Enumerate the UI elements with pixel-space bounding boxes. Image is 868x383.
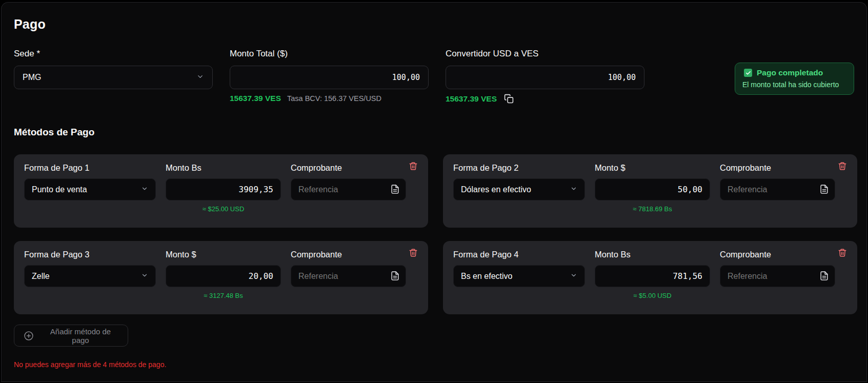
amount-input[interactable]	[166, 265, 281, 287]
convertidor-input[interactable]	[446, 66, 644, 89]
attach-file-button[interactable]	[819, 270, 829, 281]
method-label: Forma de Pago 4	[453, 250, 585, 259]
sede-select[interactable]: PMG	[14, 66, 213, 89]
reference-input[interactable]	[720, 178, 835, 200]
max-methods-warning: No puedes agregar más de 4 métodos de pa…	[14, 360, 854, 369]
method-select[interactable]: Dólares en efectivo	[453, 178, 585, 200]
payment-summary-row: Sede * PMG Monto Total ($) 15637.39 VES …	[14, 49, 854, 104]
sede-field-group: Sede * PMG	[14, 49, 213, 89]
method-selected-value: Dólares en efectivo	[461, 185, 531, 194]
method-column: Forma de Pago 4 Bs en efectivo	[453, 250, 585, 314]
method-select[interactable]: Bs en efectivo	[453, 265, 585, 287]
delete-method-button[interactable]	[409, 248, 418, 258]
conversion-hint: ≈ 3127.48 Bs	[166, 292, 281, 299]
amount-input[interactable]	[166, 178, 281, 200]
amount-column: Monto $ ≈ 7818.69 Bs	[595, 163, 710, 228]
method-label: Forma de Pago 1	[24, 163, 156, 173]
reference-field-wrap	[291, 178, 406, 200]
method-selected-value: Punto de venta	[32, 185, 87, 194]
reference-input[interactable]	[720, 265, 835, 287]
chevron-down-icon	[196, 73, 204, 83]
payment-method-card-2: Forma de Pago 2 Dólares en efectivo Mont…	[443, 154, 857, 228]
method-label: Forma de Pago 2	[453, 163, 585, 173]
reference-input[interactable]	[291, 265, 406, 287]
payment-method-card-3: Forma de Pago 3 Zelle Monto $ ≈ 3127.48 …	[14, 241, 428, 314]
comprobante-label: Comprobante	[720, 250, 835, 259]
comprobante-column: Comprobante	[291, 250, 406, 314]
reference-field-wrap	[291, 265, 406, 287]
sede-selected-value: PMG	[23, 73, 41, 82]
amount-label: Monto Bs	[595, 250, 710, 259]
document-icon	[819, 189, 829, 196]
method-select[interactable]: Punto de venta	[24, 178, 156, 200]
conversion-hint: ≈ 7818.69 Bs	[595, 205, 710, 213]
document-icon	[390, 275, 400, 283]
plus-circle-icon	[24, 331, 34, 341]
chevron-down-icon	[141, 185, 148, 194]
copy-button[interactable]	[504, 94, 514, 104]
payment-page: Pago Sede * PMG Monto Total ($) 15637.39…	[1, 2, 867, 382]
method-column: Forma de Pago 1 Punto de venta	[24, 163, 156, 228]
payment-complete-badge: Pago completado El monto total ha sido c…	[735, 63, 854, 95]
checkbox-checked-icon	[744, 69, 752, 77]
monto-total-label: Monto Total ($)	[230, 49, 429, 59]
amount-input[interactable]	[595, 178, 710, 200]
method-select[interactable]: Zelle	[24, 265, 156, 287]
method-label: Forma de Pago 3	[24, 250, 156, 259]
conversion-hint: ≈ $25.00 USD	[166, 205, 281, 213]
badge-subtitle: El monto total ha sido cubierto	[742, 80, 846, 89]
document-icon	[819, 275, 829, 283]
page-title: Pago	[14, 17, 854, 32]
comprobante-column: Comprobante	[720, 163, 835, 228]
badge-title: Pago completado	[757, 68, 823, 77]
attach-file-button[interactable]	[819, 184, 829, 195]
attach-file-button[interactable]	[390, 184, 400, 195]
amount-label: Monto $	[166, 250, 281, 259]
reference-field-wrap	[720, 178, 835, 200]
convertidor-conversion: 15637.39 VES	[446, 94, 644, 104]
reference-input[interactable]	[291, 178, 406, 200]
monto-total-conversion: 15637.39 VES Tasa BCV: 156.37 VES/USD	[230, 94, 429, 103]
chevron-down-icon	[570, 185, 577, 194]
method-selected-value: Zelle	[32, 272, 50, 281]
convertidor-field-group: Convertidor USD a VES 15637.39 VES	[446, 49, 644, 104]
convertidor-label: Convertidor USD a VES	[446, 49, 644, 59]
monto-total-input[interactable]	[230, 66, 429, 89]
payment-methods-grid: Forma de Pago 1 Punto de venta Monto Bs …	[14, 154, 854, 314]
delete-method-button[interactable]	[409, 161, 418, 171]
copy-icon	[504, 97, 514, 105]
amount-input[interactable]	[595, 265, 710, 287]
monto-total-ves-amount: 15637.39 VES	[230, 94, 281, 103]
tasa-bcv-text: Tasa BCV: 156.37 VES/USD	[287, 94, 381, 103]
payment-method-card-4: Forma de Pago 4 Bs en efectivo Monto Bs …	[443, 241, 857, 314]
chevron-down-icon	[141, 272, 148, 281]
badge-title-row: Pago completado	[744, 68, 846, 77]
method-column: Forma de Pago 3 Zelle	[24, 250, 156, 314]
trash-icon	[409, 165, 418, 173]
convertidor-ves-amount: 15637.39 VES	[446, 94, 497, 104]
add-payment-method-label: Añadir método de pago	[43, 327, 118, 345]
method-selected-value: Bs en efectivo	[461, 272, 513, 281]
payment-method-card-1: Forma de Pago 1 Punto de venta Monto Bs …	[14, 154, 428, 228]
method-column: Forma de Pago 2 Dólares en efectivo	[453, 163, 585, 228]
chevron-down-icon	[570, 272, 577, 281]
comprobante-label: Comprobante	[720, 163, 835, 173]
amount-column: Monto Bs ≈ $5.00 USD	[595, 250, 710, 314]
comprobante-column: Comprobante	[720, 250, 835, 314]
delete-method-button[interactable]	[838, 161, 847, 171]
delete-method-button[interactable]	[838, 248, 847, 258]
conversion-hint: ≈ $5.00 USD	[595, 292, 710, 299]
reference-field-wrap	[720, 265, 835, 287]
trash-icon	[838, 252, 847, 259]
trash-icon	[838, 165, 847, 173]
comprobante-column: Comprobante	[291, 163, 406, 228]
methods-heading: Métodos de Pago	[14, 127, 854, 138]
trash-icon	[409, 252, 418, 259]
amount-label: Monto Bs	[166, 163, 281, 173]
amount-column: Monto Bs ≈ $25.00 USD	[166, 163, 281, 228]
attach-file-button[interactable]	[390, 270, 400, 281]
document-icon	[390, 189, 400, 196]
amount-column: Monto $ ≈ 3127.48 Bs	[166, 250, 281, 314]
comprobante-label: Comprobante	[291, 163, 406, 173]
add-payment-method-button[interactable]: Añadir método de pago	[14, 325, 128, 347]
